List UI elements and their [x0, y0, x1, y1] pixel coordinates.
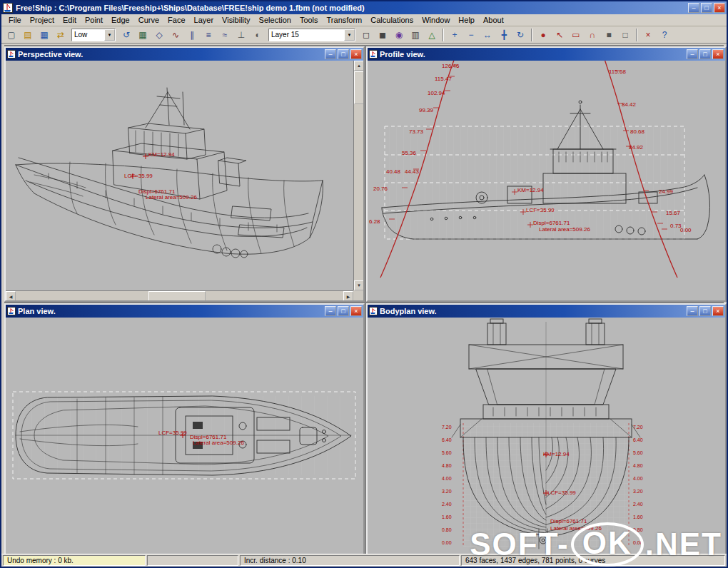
undo-button[interactable]: ↺: [118, 28, 134, 42]
minimize-button[interactable]: –: [688, 3, 699, 13]
view-title: Perspective view.: [18, 50, 323, 59]
menu-item-transform[interactable]: Transform: [323, 15, 367, 25]
plan-view-titlebar[interactable]: Plan view. – □ ×: [6, 305, 363, 318]
scroll-left-button[interactable]: ◀: [6, 291, 16, 300]
menu-item-curve[interactable]: Curve: [134, 15, 163, 25]
show-buttocks-icon: ≡: [206, 31, 211, 39]
menu-item-layer[interactable]: Layer: [190, 15, 218, 25]
wireframe-mode-icon: ◻: [363, 31, 370, 39]
menu-item-window[interactable]: Window: [418, 15, 454, 25]
new-file-button[interactable]: ▢: [4, 28, 19, 42]
close-button[interactable]: ×: [712, 49, 724, 59]
import-file-icon: ⇄: [57, 31, 64, 39]
zebra-shading-button[interactable]: ▥: [408, 28, 423, 42]
vertical-scrollbar[interactable]: ▲ ▼: [353, 61, 363, 290]
zoom-in-button[interactable]: +: [447, 28, 462, 42]
menu-item-project[interactable]: Project: [26, 15, 59, 25]
close-button[interactable]: ×: [350, 306, 362, 316]
move-point-button[interactable]: ↖: [552, 28, 567, 42]
scroll-right-button[interactable]: ▶: [343, 291, 353, 300]
view-title: Plan view.: [18, 307, 323, 315]
zebra-shading-icon: ▥: [411, 31, 419, 39]
intersect-layers-button[interactable]: ∩: [585, 28, 600, 42]
maximize-button[interactable]: □: [699, 306, 711, 316]
profile-view-titlebar[interactable]: Profile view. – □ ×: [368, 48, 725, 61]
menu-item-calculations[interactable]: Calculations: [366, 15, 418, 25]
menu-item-edge[interactable]: Edge: [107, 15, 134, 25]
menu-item-visibility[interactable]: Visibility: [218, 15, 255, 25]
gaussian-curvature-button[interactable]: ◉: [391, 28, 407, 42]
show-stations-button[interactable]: ∥: [184, 28, 200, 42]
window-titlebar[interactable]: Free!Ship : C:\Program Files\Freeship+\S…: [1, 1, 727, 14]
profile-viewport[interactable]: 126.46115.47102.9499.3973.7355.3640.4844…: [368, 61, 725, 300]
menu-item-help[interactable]: Help: [454, 15, 479, 25]
menu-item-point[interactable]: Point: [81, 15, 107, 25]
lock-points-icon: ■: [606, 31, 611, 39]
scroll-up-button[interactable]: ▲: [354, 61, 363, 71]
scroll-down-button[interactable]: ▼: [354, 280, 363, 290]
pan-view-button[interactable]: ╋: [496, 28, 512, 42]
help-button[interactable]: ?: [657, 28, 672, 42]
show-stations-icon: ∥: [190, 31, 194, 39]
perspective-view-titlebar[interactable]: Perspective view. – □ ×: [6, 48, 363, 61]
maximize-button[interactable]: □: [699, 49, 711, 59]
close-button[interactable]: ×: [712, 306, 724, 316]
maximize-button[interactable]: □: [338, 49, 349, 59]
bodyplan-view-titlebar[interactable]: Bodyplan view. – □ ×: [368, 305, 725, 318]
plan-drawing: [6, 318, 363, 556]
add-point-button[interactable]: ●: [535, 28, 551, 42]
layer-combo[interactable]: Layer 15 ▼: [268, 29, 355, 41]
layer-combo-arrow-icon[interactable]: ▼: [344, 29, 355, 41]
layer-combo-value: Layer 15: [269, 31, 344, 39]
show-waterlines-button[interactable]: ≈: [217, 28, 233, 42]
unlock-points-button[interactable]: □: [617, 28, 633, 42]
close-button[interactable]: ×: [714, 3, 725, 13]
bodyplan-viewport[interactable]: KM=12.94LCF=35.99Displ=6761.71Lateral ar…: [368, 318, 725, 556]
minimize-button[interactable]: –: [325, 49, 336, 59]
lock-points-button[interactable]: ■: [601, 28, 617, 42]
show-control-net-button[interactable]: ▦: [135, 28, 151, 42]
shaded-mode-button[interactable]: ◼: [375, 28, 390, 42]
window-title: Free!Ship : C:\Program Files\Freeship+\S…: [16, 4, 685, 12]
precision-combo-arrow-icon[interactable]: ▼: [104, 29, 115, 41]
perspective-viewport[interactable]: KM=12.94LCF=35.99Displ=6761.71Lateral ar…: [6, 61, 363, 300]
menu-item-selection[interactable]: Selection: [255, 15, 295, 25]
rotate-view-button[interactable]: ↻: [512, 28, 528, 42]
vertical-scroll-thumb[interactable]: [354, 71, 363, 104]
show-interior-edges-button[interactable]: ◇: [151, 28, 167, 42]
status-incr-distance: Incr. distance : 0.10: [240, 555, 460, 566]
delete-item-button[interactable]: ×: [640, 28, 656, 42]
import-file-button[interactable]: ⇄: [53, 28, 69, 42]
precision-combo[interactable]: Low ▼: [71, 29, 116, 41]
menu-item-about[interactable]: About: [479, 15, 508, 25]
maximize-button[interactable]: □: [701, 3, 712, 13]
show-control-curves-button[interactable]: ∿: [168, 28, 183, 42]
undo-icon: ↺: [123, 31, 130, 39]
show-normals-button[interactable]: ⊥: [233, 28, 249, 42]
menu-item-file[interactable]: File: [4, 15, 26, 25]
menu-item-face[interactable]: Face: [163, 15, 189, 25]
maximize-button[interactable]: □: [338, 306, 349, 316]
minimize-button[interactable]: –: [687, 49, 698, 59]
zoom-extents-button[interactable]: ↔: [480, 28, 495, 42]
zoom-out-icon: −: [468, 31, 473, 39]
show-both-sides-button[interactable]: ◐: [250, 28, 266, 42]
menu-item-edit[interactable]: Edit: [59, 15, 81, 25]
horizontal-scroll-thumb[interactable]: [148, 291, 206, 300]
profile-drawing: [368, 61, 725, 300]
close-button[interactable]: ×: [350, 49, 362, 59]
plan-viewport[interactable]: LCF=35.99Displ=6761.71Lateral area=509.2…: [6, 318, 363, 556]
show-buttocks-button[interactable]: ≡: [201, 28, 216, 42]
minimize-button[interactable]: –: [687, 306, 698, 316]
horizontal-scrollbar[interactable]: ◀ ▶: [6, 290, 353, 300]
zoom-out-button[interactable]: −: [463, 28, 479, 42]
minimize-button[interactable]: –: [325, 306, 336, 316]
insert-plane-button[interactable]: ▭: [568, 28, 584, 42]
wireframe-mode-button[interactable]: ◻: [358, 28, 374, 42]
view-icon: [7, 50, 16, 59]
developability-check-button[interactable]: △: [424, 28, 440, 42]
app-icon[interactable]: [3, 3, 13, 13]
save-file-button[interactable]: ▦: [36, 28, 52, 42]
open-file-button[interactable]: ▤: [20, 28, 36, 42]
menu-item-tools[interactable]: Tools: [295, 15, 323, 25]
